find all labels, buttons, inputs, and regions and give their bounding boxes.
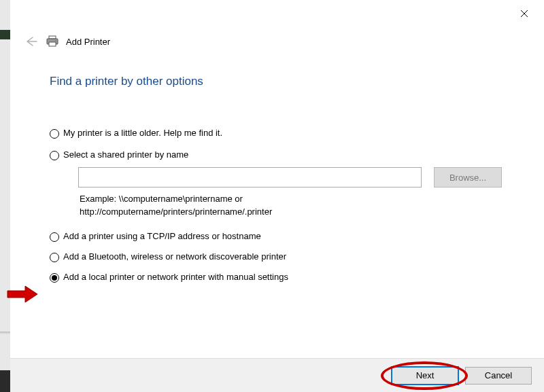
options-group: My printer is a little older. Help me fi… xyxy=(50,128,526,292)
printer-icon xyxy=(46,35,59,48)
bg-fragment xyxy=(0,332,10,334)
option-label: Add a printer using a TCP/IP address or … xyxy=(63,231,261,241)
page-heading: Find a printer by other options xyxy=(50,75,203,88)
option-older-printer[interactable]: My printer is a little older. Help me fi… xyxy=(50,128,526,139)
option-label: Add a Bluetooth, wireless or network dis… xyxy=(63,251,286,262)
svg-rect-2 xyxy=(49,36,56,39)
bg-fragment xyxy=(0,370,10,392)
shared-printer-name-input xyxy=(78,167,422,188)
svg-point-5 xyxy=(55,40,56,41)
option-bluetooth[interactable]: Add a Bluetooth, wireless or network dis… xyxy=(50,251,526,262)
radio-icon[interactable] xyxy=(50,129,59,139)
option-local-printer[interactable]: Add a local printer or network printer w… xyxy=(50,272,526,283)
radio-icon[interactable] xyxy=(50,151,59,160)
example-line: http://computername/printers/printername… xyxy=(80,207,272,217)
example-line: Example: \\computername\printername or xyxy=(80,194,243,204)
option-label: My printer is a little older. Help me fi… xyxy=(63,128,222,138)
bg-fragment xyxy=(0,30,10,39)
dialog-footer: Next Cancel xyxy=(10,358,544,392)
example-text: Example: \\computername\printername or h… xyxy=(80,193,526,219)
dialog-title: Add Printer xyxy=(66,37,110,47)
cancel-button[interactable]: Cancel xyxy=(465,367,532,385)
option-label: Add a local printer or network printer w… xyxy=(63,272,288,282)
close-icon xyxy=(520,10,528,18)
option-shared-printer[interactable]: Select a shared printer by name xyxy=(50,149,526,160)
back-button[interactable] xyxy=(24,34,39,49)
radio-icon[interactable] xyxy=(50,232,59,242)
radio-icon[interactable] xyxy=(50,253,59,262)
option-tcpip[interactable]: Add a printer using a TCP/IP address or … xyxy=(50,231,526,242)
radio-icon[interactable] xyxy=(50,273,59,283)
back-arrow-icon xyxy=(24,36,38,47)
dialog-header: Add Printer xyxy=(24,34,110,49)
close-button[interactable] xyxy=(514,5,534,22)
svg-rect-4 xyxy=(49,42,56,46)
browse-button: Browse... xyxy=(434,167,502,188)
background-left-strip xyxy=(0,0,10,392)
next-button[interactable]: Next xyxy=(392,367,458,385)
option-label: Select a shared printer by name xyxy=(63,149,188,160)
shared-printer-details: Browse... Example: \\computername\printe… xyxy=(78,167,526,219)
add-printer-dialog: Add Printer Find a printer by other opti… xyxy=(10,0,544,392)
